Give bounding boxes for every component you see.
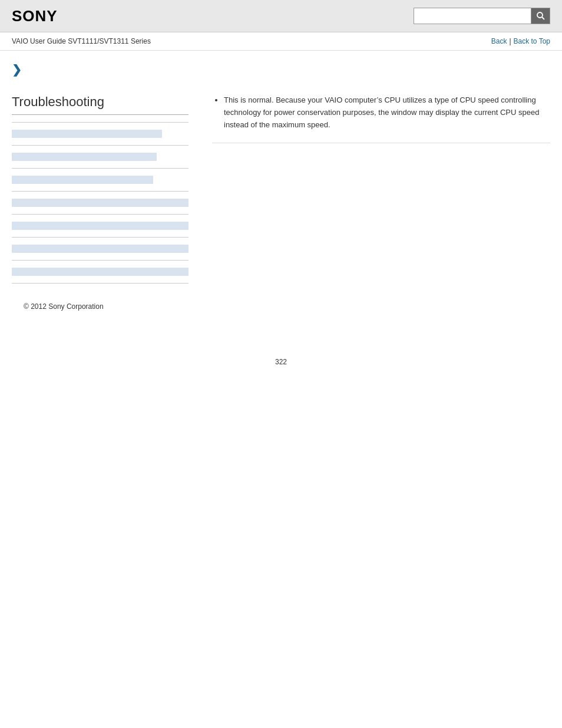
nav-separator-7 — [12, 260, 189, 261]
left-column: Troubleshooting — [12, 94, 200, 291]
list-item[interactable] — [12, 199, 189, 207]
nav-separator-4 — [12, 191, 189, 192]
nav-separator-6 — [12, 237, 189, 238]
guide-title: VAIO User Guide SVT1111/SVT1311 Series — [12, 37, 151, 45]
nav-separator-5 — [12, 214, 189, 215]
nav-bar: VAIO User Guide SVT1111/SVT1311 Series B… — [0, 32, 562, 51]
header: SONY — [0, 0, 562, 32]
list-item[interactable] — [12, 130, 162, 138]
nav-separator: | — [509, 37, 511, 45]
content-separator — [212, 143, 550, 143]
content-list: This is normal. Because your VAIO comput… — [212, 94, 550, 131]
nav-items-list — [12, 122, 189, 284]
list-item[interactable] — [12, 153, 157, 161]
back-link[interactable]: Back — [491, 37, 507, 45]
search-icon — [536, 11, 546, 21]
svg-point-0 — [537, 12, 543, 18]
nav-links: Back | Back to Top — [491, 37, 550, 45]
nav-separator-1 — [12, 122, 189, 123]
list-item[interactable] — [12, 222, 189, 230]
section-title: Troubleshooting — [12, 94, 189, 115]
nav-separator-2 — [12, 145, 189, 146]
right-column: This is normal. Because your VAIO comput… — [200, 94, 550, 291]
list-item[interactable] — [12, 268, 189, 276]
chevron-icon: ❯ — [12, 62, 22, 77]
svg-line-1 — [542, 17, 544, 19]
page-number: 322 — [0, 358, 562, 378]
search-button[interactable] — [531, 8, 550, 24]
nav-separator-8 — [12, 283, 189, 284]
nav-separator-3 — [12, 168, 189, 169]
footer-copyright: © 2012 Sony Corporation — [12, 291, 550, 322]
search-area — [414, 8, 550, 24]
sony-logo: SONY — [12, 7, 58, 25]
two-column-layout: Troubleshooting — [12, 94, 550, 291]
back-to-top-link[interactable]: Back to Top — [514, 37, 550, 45]
list-item[interactable] — [12, 245, 189, 253]
content-bullet-item: This is normal. Because your VAIO comput… — [224, 94, 550, 131]
search-input[interactable] — [414, 8, 531, 24]
main-content: ❯ Troubleshooting — [0, 51, 562, 334]
list-item[interactable] — [12, 176, 153, 184]
